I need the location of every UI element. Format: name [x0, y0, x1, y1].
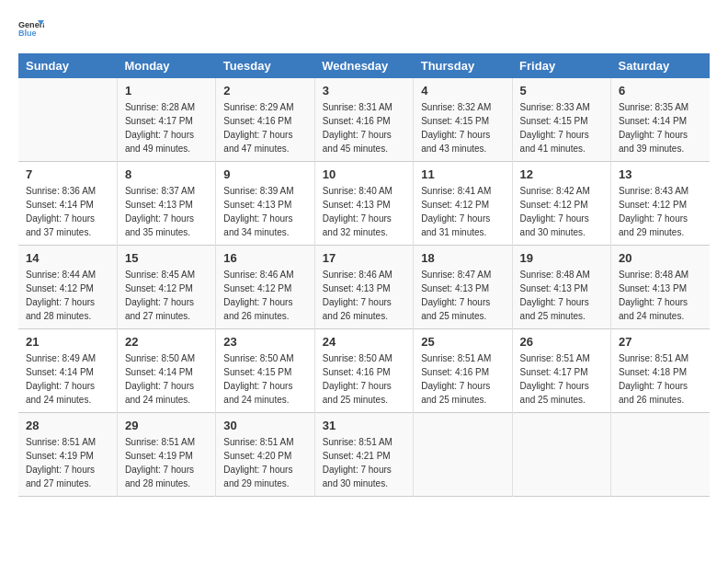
day-info: Sunrise: 8:42 AM Sunset: 4:12 PM Dayligh…: [520, 184, 603, 239]
calendar-week-2: 7Sunrise: 8:36 AM Sunset: 4:14 PM Daylig…: [18, 162, 710, 246]
day-info: Sunrise: 8:40 AM Sunset: 4:13 PM Dayligh…: [323, 184, 405, 239]
day-info: Sunrise: 8:46 AM Sunset: 4:13 PM Dayligh…: [323, 268, 405, 323]
day-number: 6: [619, 84, 702, 98]
day-number: 22: [125, 335, 208, 349]
day-info: Sunrise: 8:51 AM Sunset: 4:20 PM Dayligh…: [223, 435, 306, 490]
day-info: Sunrise: 8:51 AM Sunset: 4:16 PM Dayligh…: [421, 351, 504, 407]
day-number: 20: [619, 251, 702, 265]
day-number: 30: [223, 419, 306, 432]
day-number: 27: [619, 335, 702, 349]
calendar-cell: [512, 413, 610, 497]
calendar-cell: 8Sunrise: 8:37 AM Sunset: 4:13 PM Daylig…: [117, 162, 215, 246]
day-info: Sunrise: 8:37 AM Sunset: 4:13 PM Dayligh…: [125, 184, 208, 239]
calendar-cell: 26Sunrise: 8:51 AM Sunset: 4:17 PM Dayli…: [512, 329, 610, 413]
day-number: 16: [223, 251, 306, 265]
calendar-cell: 2Sunrise: 8:29 AM Sunset: 4:16 PM Daylig…: [216, 78, 314, 162]
day-info: Sunrise: 8:44 AM Sunset: 4:12 PM Dayligh…: [26, 268, 109, 323]
calendar-cell: 21Sunrise: 8:49 AM Sunset: 4:14 PM Dayli…: [18, 329, 117, 413]
day-info: Sunrise: 8:32 AM Sunset: 4:15 PM Dayligh…: [421, 100, 504, 155]
day-number: 18: [421, 251, 504, 265]
day-number: 14: [26, 251, 109, 265]
calendar-cell: 24Sunrise: 8:50 AM Sunset: 4:16 PM Dayli…: [314, 329, 413, 413]
day-info: Sunrise: 8:47 AM Sunset: 4:13 PM Dayligh…: [421, 268, 504, 323]
header-day-monday: Monday: [117, 53, 215, 78]
calendar-cell: 27Sunrise: 8:51 AM Sunset: 4:18 PM Dayli…: [611, 329, 710, 413]
calendar-cell: 18Sunrise: 8:47 AM Sunset: 4:13 PM Dayli…: [414, 246, 512, 329]
calendar-week-1: 1Sunrise: 8:28 AM Sunset: 4:17 PM Daylig…: [18, 78, 710, 162]
header-day-thursday: Thursday: [414, 53, 512, 78]
calendar-cell: 5Sunrise: 8:33 AM Sunset: 4:15 PM Daylig…: [512, 78, 610, 162]
day-number: 23: [223, 335, 306, 349]
calendar-cell: 28Sunrise: 8:51 AM Sunset: 4:19 PM Dayli…: [18, 413, 117, 497]
calendar-cell: 23Sunrise: 8:50 AM Sunset: 4:15 PM Dayli…: [216, 329, 314, 413]
calendar-cell: 20Sunrise: 8:48 AM Sunset: 4:13 PM Dayli…: [611, 246, 710, 329]
day-number: 21: [26, 335, 109, 349]
day-info: Sunrise: 8:51 AM Sunset: 4:17 PM Dayligh…: [520, 351, 603, 407]
calendar-week-5: 28Sunrise: 8:51 AM Sunset: 4:19 PM Dayli…: [18, 413, 710, 497]
day-info: Sunrise: 8:51 AM Sunset: 4:19 PM Dayligh…: [125, 435, 208, 490]
header-day-sunday: Sunday: [18, 53, 117, 78]
day-number: 31: [323, 419, 405, 432]
day-info: Sunrise: 8:39 AM Sunset: 4:13 PM Dayligh…: [223, 184, 306, 239]
header-day-tuesday: Tuesday: [216, 53, 314, 78]
header-day-saturday: Saturday: [611, 53, 710, 78]
calendar-cell: 15Sunrise: 8:45 AM Sunset: 4:12 PM Dayli…: [117, 246, 215, 329]
header-area: General Blue: [18, 18, 710, 39]
calendar-table: SundayMondayTuesdayWednesdayThursdayFrid…: [18, 53, 710, 497]
logo: General Blue: [18, 18, 44, 39]
day-number: 19: [520, 251, 603, 265]
day-info: Sunrise: 8:51 AM Sunset: 4:19 PM Dayligh…: [26, 435, 109, 490]
day-number: 10: [323, 167, 405, 181]
calendar-cell: 10Sunrise: 8:40 AM Sunset: 4:13 PM Dayli…: [314, 162, 413, 246]
calendar-cell: 22Sunrise: 8:50 AM Sunset: 4:14 PM Dayli…: [117, 329, 215, 413]
day-number: 11: [421, 167, 504, 181]
day-info: Sunrise: 8:43 AM Sunset: 4:12 PM Dayligh…: [619, 184, 702, 239]
day-number: 15: [125, 251, 208, 265]
calendar-cell: 7Sunrise: 8:36 AM Sunset: 4:14 PM Daylig…: [18, 162, 117, 246]
calendar-cell: 31Sunrise: 8:51 AM Sunset: 4:21 PM Dayli…: [314, 413, 413, 497]
calendar-cell: [414, 413, 512, 497]
day-number: 3: [323, 84, 405, 98]
day-info: Sunrise: 8:41 AM Sunset: 4:12 PM Dayligh…: [421, 184, 504, 239]
day-number: 29: [125, 419, 208, 432]
day-number: 8: [125, 167, 208, 181]
day-number: 17: [323, 251, 405, 265]
calendar-cell: 29Sunrise: 8:51 AM Sunset: 4:19 PM Dayli…: [117, 413, 215, 497]
day-info: Sunrise: 8:46 AM Sunset: 4:12 PM Dayligh…: [223, 268, 306, 323]
day-number: 25: [421, 335, 504, 349]
day-info: Sunrise: 8:48 AM Sunset: 4:13 PM Dayligh…: [619, 268, 702, 323]
calendar-cell: 1Sunrise: 8:28 AM Sunset: 4:17 PM Daylig…: [117, 78, 215, 162]
day-info: Sunrise: 8:36 AM Sunset: 4:14 PM Dayligh…: [26, 184, 109, 239]
day-info: Sunrise: 8:45 AM Sunset: 4:12 PM Dayligh…: [125, 268, 208, 323]
calendar-week-4: 21Sunrise: 8:49 AM Sunset: 4:14 PM Dayli…: [18, 329, 710, 413]
day-number: 26: [520, 335, 603, 349]
day-number: 28: [26, 419, 109, 432]
calendar-cell: [611, 413, 710, 497]
day-info: Sunrise: 8:28 AM Sunset: 4:17 PM Dayligh…: [125, 100, 208, 155]
day-number: 13: [619, 167, 702, 181]
day-info: Sunrise: 8:50 AM Sunset: 4:14 PM Dayligh…: [125, 351, 208, 407]
calendar-body: 1Sunrise: 8:28 AM Sunset: 4:17 PM Daylig…: [18, 78, 710, 497]
day-number: 2: [223, 84, 306, 98]
day-info: Sunrise: 8:49 AM Sunset: 4:14 PM Dayligh…: [26, 351, 109, 407]
calendar-cell: 3Sunrise: 8:31 AM Sunset: 4:16 PM Daylig…: [314, 78, 413, 162]
day-number: 12: [520, 167, 603, 181]
day-info: Sunrise: 8:33 AM Sunset: 4:15 PM Dayligh…: [520, 100, 603, 155]
header-day-friday: Friday: [512, 53, 610, 78]
day-number: 1: [125, 84, 208, 98]
calendar-cell: [18, 78, 117, 162]
day-number: 7: [26, 167, 109, 181]
header-day-wednesday: Wednesday: [314, 53, 413, 78]
calendar-cell: 30Sunrise: 8:51 AM Sunset: 4:20 PM Dayli…: [216, 413, 314, 497]
calendar-cell: 6Sunrise: 8:35 AM Sunset: 4:14 PM Daylig…: [611, 78, 710, 162]
calendar-cell: 13Sunrise: 8:43 AM Sunset: 4:12 PM Dayli…: [611, 162, 710, 246]
calendar-cell: 16Sunrise: 8:46 AM Sunset: 4:12 PM Dayli…: [216, 246, 314, 329]
calendar-header-row: SundayMondayTuesdayWednesdayThursdayFrid…: [18, 53, 710, 78]
calendar-cell: 14Sunrise: 8:44 AM Sunset: 4:12 PM Dayli…: [18, 246, 117, 329]
day-info: Sunrise: 8:50 AM Sunset: 4:15 PM Dayligh…: [223, 351, 306, 407]
calendar-cell: 12Sunrise: 8:42 AM Sunset: 4:12 PM Dayli…: [512, 162, 610, 246]
calendar-cell: 11Sunrise: 8:41 AM Sunset: 4:12 PM Dayli…: [414, 162, 512, 246]
day-info: Sunrise: 8:50 AM Sunset: 4:16 PM Dayligh…: [323, 351, 405, 407]
calendar-cell: 19Sunrise: 8:48 AM Sunset: 4:13 PM Dayli…: [512, 246, 610, 329]
calendar-cell: 25Sunrise: 8:51 AM Sunset: 4:16 PM Dayli…: [414, 329, 512, 413]
